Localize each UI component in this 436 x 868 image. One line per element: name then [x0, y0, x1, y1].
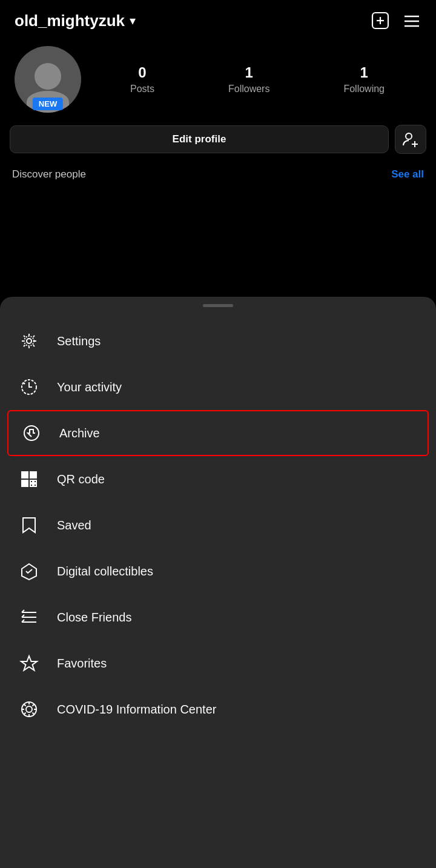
stats-container: 0 Posts 1 Followers 1 Following: [93, 64, 421, 94]
settings-icon: [18, 330, 40, 352]
svg-point-33: [26, 706, 32, 712]
svg-line-38: [24, 704, 26, 706]
favorites-label: Favorites: [57, 657, 107, 671]
menu-item-collectibles[interactable]: Digital collectibles: [0, 548, 436, 594]
edit-profile-button[interactable]: Edit profile: [10, 125, 389, 153]
svg-line-39: [32, 712, 34, 714]
header: old_mightyzuk ▾: [0, 0, 436, 36]
closefriends-icon: [18, 606, 40, 628]
collectibles-icon: [18, 560, 40, 582]
svg-marker-31: [21, 656, 37, 671]
svg-rect-19: [23, 482, 27, 485]
bottom-sheet: Settings Your activity Archive: [0, 297, 436, 868]
followers-label: Followers: [228, 84, 269, 94]
collectibles-label: Digital collectibles: [57, 565, 153, 578]
chevron-down-icon[interactable]: ▾: [130, 13, 136, 28]
svg-rect-17: [31, 473, 35, 477]
activity-icon: [18, 376, 40, 398]
menu-item-activity[interactable]: Your activity: [0, 364, 436, 410]
avatar-head: [35, 63, 61, 90]
svg-line-41: [32, 704, 34, 706]
following-count: 1: [360, 64, 368, 81]
saved-label: Saved: [57, 518, 91, 532]
header-icons: [371, 11, 421, 30]
menu-item-closefriends[interactable]: Close Friends: [0, 594, 436, 640]
new-post-button[interactable]: [371, 11, 390, 30]
archive-label: Archive: [59, 426, 100, 440]
discover-people-label: Discover people: [12, 168, 86, 181]
actions-row: Edit profile: [0, 125, 436, 166]
followers-count: 1: [245, 64, 253, 81]
svg-rect-15: [23, 473, 27, 477]
menu-item-settings[interactable]: Settings: [0, 318, 436, 364]
qrcode-icon: [18, 468, 40, 490]
svg-rect-22: [30, 484, 33, 486]
qrcode-label: QR code: [57, 472, 105, 486]
menu-item-covid[interactable]: COVID-19 Information Center: [0, 686, 436, 732]
header-left: old_mightyzuk ▾: [15, 12, 136, 30]
svg-point-13: [24, 426, 39, 440]
discover-people-row: Discover people See all: [0, 166, 436, 190]
following-label: Following: [343, 84, 385, 94]
sheet-handle: [203, 304, 233, 307]
avatar-container: NEW: [15, 46, 81, 113]
menu-list: Settings Your activity Archive: [0, 312, 436, 738]
menu-item-saved[interactable]: Saved: [0, 502, 436, 548]
svg-point-6: [406, 133, 412, 139]
covid-label: COVID-19 Information Center: [57, 703, 216, 717]
profile-section: NEW 0 Posts 1 Followers 1 Following: [0, 36, 436, 125]
menu-item-qrcode[interactable]: QR code: [0, 456, 436, 502]
favorites-icon: [18, 652, 40, 674]
menu-item-archive[interactable]: Archive: [7, 410, 429, 456]
menu-item-favorites[interactable]: Favorites: [0, 640, 436, 686]
posts-count: 0: [138, 64, 146, 81]
svg-rect-21: [34, 480, 36, 483]
following-stat[interactable]: 1 Following: [343, 64, 385, 94]
svg-rect-20: [30, 480, 33, 483]
sheet-handle-container: [0, 297, 436, 312]
add-friend-button[interactable]: [395, 125, 426, 154]
see-all-button[interactable]: See all: [391, 168, 424, 181]
saved-icon: [18, 514, 40, 536]
closefriends-label: Close Friends: [57, 611, 131, 624]
new-badge: NEW: [33, 98, 63, 110]
archive-icon: [21, 422, 42, 444]
posts-label: Posts: [130, 84, 154, 94]
covid-icon: [18, 698, 40, 720]
username-label[interactable]: old_mightyzuk: [15, 12, 125, 30]
posts-stat[interactable]: 0 Posts: [130, 64, 154, 94]
followers-stat[interactable]: 1 Followers: [228, 64, 269, 94]
hamburger-menu-button[interactable]: [402, 11, 421, 30]
svg-rect-23: [34, 484, 36, 486]
svg-line-40: [24, 712, 26, 714]
svg-point-9: [27, 339, 31, 343]
svg-point-10: [24, 336, 34, 346]
settings-label: Settings: [57, 334, 101, 348]
activity-label: Your activity: [57, 380, 122, 394]
